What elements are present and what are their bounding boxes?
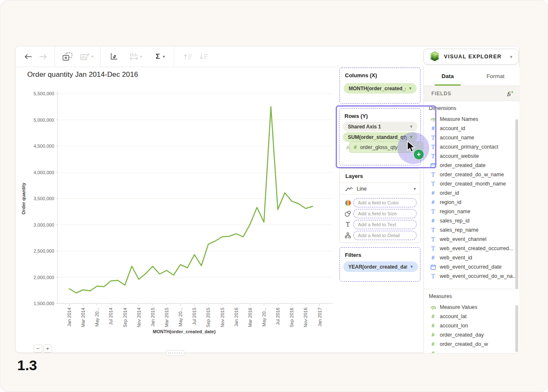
dragged-field-pill[interactable]: # order_gloss_qty xyxy=(349,141,423,153)
field-item-order_created_day[interactable]: #order_created_day xyxy=(424,330,519,340)
panel-resize-handle[interactable] xyxy=(166,350,184,356)
duplicate-chart-button[interactable] xyxy=(59,46,76,67)
svg-text:Nov 2015: Nov 2015 xyxy=(220,308,225,327)
hash-icon: # xyxy=(430,218,436,224)
svg-text:May 20...: May 20... xyxy=(178,308,183,327)
hash-icon: # xyxy=(430,199,436,205)
zoom-out-button[interactable]: − xyxy=(34,345,42,353)
field-item-account_name[interactable]: Taccount_name xyxy=(424,133,519,142)
svg-text:MONTH(order_created_date): MONTH(order_created_date) xyxy=(153,329,216,334)
svg-text:Mar 2016: Mar 2016 xyxy=(248,308,253,327)
size-icon xyxy=(344,210,352,217)
drop-target-label: Add a field to Color xyxy=(358,200,399,205)
fields-list-body: DimensionsTMeasure Names#account_idTacco… xyxy=(424,105,519,353)
hash-icon: # xyxy=(430,255,436,261)
text-drop-target[interactable]: Add a field to Text xyxy=(353,220,417,229)
layer-drop-row: Add a field to Detail xyxy=(340,230,420,241)
field-item[interactable]: # xyxy=(424,349,519,353)
field-item-measure-values[interactable]: #Measure Values xyxy=(424,303,519,312)
color-drop-target[interactable]: Add a field to Color xyxy=(353,198,417,207)
chart-plot[interactable]: 1,500,0002,000,0002,500,0003,000,0003,50… xyxy=(16,68,337,353)
field-item-measure-names[interactable]: TMeasure Names xyxy=(424,115,519,124)
field-item-account_primary_contact[interactable]: Taccount_primary_contact xyxy=(424,142,519,152)
svg-text:Jan 2014: Jan 2014 xyxy=(67,308,72,327)
field-item-order_created_month_name[interactable]: Torder_created_month_name xyxy=(424,179,519,188)
bin-width-button[interactable]: ▾ xyxy=(125,46,146,67)
layer-type-dropdown[interactable]: Line ▾ xyxy=(340,183,420,195)
columns-shelf-title: Columns (X) xyxy=(345,72,420,78)
chevron-down-icon: ▾ xyxy=(510,54,512,60)
layer-drop-row: Add a field to Color xyxy=(340,197,420,208)
back-button[interactable] xyxy=(21,46,36,67)
layer-drop-row: Add a field to Size xyxy=(340,208,420,219)
field-item-account_website[interactable]: Taccount_website xyxy=(424,152,519,161)
hash-icon: # xyxy=(430,314,436,319)
layers-title: Layers xyxy=(345,173,420,179)
shared-axis-pill[interactable]: Shared Axis 1 ▼ xyxy=(343,122,418,131)
tab-format[interactable]: Format xyxy=(472,67,519,86)
text-icon: T xyxy=(344,221,352,228)
field-item-sales_rep_name[interactable]: Tsales_rep_name xyxy=(424,225,519,235)
field-item-account_lon[interactable]: #account_lon xyxy=(424,321,519,330)
field-item-order_created_date[interactable]: order_created_date xyxy=(424,161,519,170)
field-label: order_created_do_w_name xyxy=(440,172,504,178)
field-item-region_id[interactable]: #region_id xyxy=(424,198,519,207)
line-chart-svg: 1,500,0002,000,0002,500,0003,000,0003,50… xyxy=(16,68,337,353)
field-item-region_name[interactable]: Tregion_name xyxy=(424,207,519,216)
dragged-field-label: order_gloss_qty xyxy=(360,144,397,150)
field-item-web_event_occurred_date[interactable]: web_event_occurred_date xyxy=(424,262,519,272)
field-item-web_event_channel[interactable]: Tweb_event_channel xyxy=(424,235,519,244)
remove-chart-button[interactable]: ▾ xyxy=(78,46,96,67)
rows-shelf-title: Rows (Y) xyxy=(344,113,420,119)
dimensions-scrollbar[interactable] xyxy=(515,119,518,289)
sort-descending-button[interactable] xyxy=(196,46,212,67)
field-label: web_event_channel xyxy=(440,236,486,242)
forward-button[interactable] xyxy=(36,46,51,67)
field-label: order_created_month_name xyxy=(440,181,506,187)
measure-names-icon: T xyxy=(430,117,436,122)
fields-header-label: FIELDS xyxy=(431,91,506,97)
calendar-icon xyxy=(430,264,436,270)
text-field-icon: T xyxy=(430,273,436,280)
layers-panel: Layers Line ▾ Add a field to ColorAdd a … xyxy=(339,168,420,243)
tab-data[interactable]: Data xyxy=(424,67,472,86)
field-item-order_created_do_w_name[interactable]: Torder_created_do_w_name xyxy=(424,170,519,179)
add-calculated-field-button[interactable]: fx+ xyxy=(506,89,514,97)
field-item-account_id[interactable]: #account_id xyxy=(424,124,519,133)
calendar-icon xyxy=(430,163,436,168)
svg-text:T: T xyxy=(432,118,435,122)
text-field-icon: T xyxy=(430,236,436,243)
field-item-order_created_do_w[interactable]: #order_created_do_w xyxy=(424,340,519,349)
field-item-sales_rep_id[interactable]: #sales_rep_id xyxy=(424,216,519,225)
field-label: order_created_date xyxy=(440,162,485,168)
sort-ascending-button[interactable] xyxy=(180,46,196,67)
field-item-web_event_occurred_do_w_na-[interactable]: Tweb_event_occurred_do_w_na... xyxy=(424,272,519,281)
svg-text:1,500,000: 1,500,000 xyxy=(34,301,54,306)
detail-drop-target[interactable]: Add a field to Detail xyxy=(353,231,417,240)
visual-explorer-menu[interactable]: VISUAL EXPLORER ▾ xyxy=(423,49,519,65)
sum-order-standard-qty-pill[interactable]: SUM(order_standard_qty) ▼ xyxy=(343,132,418,142)
svg-text:Mar 2014: Mar 2014 xyxy=(81,308,86,327)
chevron-down-icon: ▾ xyxy=(91,54,93,59)
bin-width-icon xyxy=(129,52,139,60)
field-item-order_id[interactable]: #order_id xyxy=(424,188,519,198)
app-frame: ▾ ▾ Σ ▾ xyxy=(0,0,548,392)
field-item-web_event_id[interactable]: #web_event_id xyxy=(424,253,519,262)
measures-list: #Measure Values#account_lat#account_lon#… xyxy=(424,303,519,353)
hash-icon: # xyxy=(430,350,436,353)
swap-axes-button[interactable] xyxy=(104,46,123,67)
aggregate-button[interactable]: Σ ▾ xyxy=(150,46,170,67)
field-item-account_lat[interactable]: #account_lat xyxy=(424,312,519,321)
size-drop-target[interactable]: Add a field to Size xyxy=(353,209,417,218)
sort-ascending-icon xyxy=(183,53,193,60)
columns-pill[interactable]: MONTH(order_created_d... ▼ xyxy=(344,83,417,94)
fields-panel: Data Format FIELDS fx+ DimensionsTMeasur… xyxy=(423,67,519,353)
hash-icon: # xyxy=(430,341,436,347)
chevron-down-icon: ▾ xyxy=(414,186,416,191)
field-label: account_primary_contact xyxy=(440,144,498,150)
field-label: account_name xyxy=(440,135,474,141)
zoom-in-button[interactable]: + xyxy=(43,345,52,353)
measures-scrollbar[interactable] xyxy=(515,305,518,352)
filter-pill[interactable]: YEAR(order_created_date) ▼ xyxy=(343,261,418,272)
field-item-web_event_created_occurred-[interactable]: Tweb_event_created_occurred... xyxy=(424,244,519,253)
